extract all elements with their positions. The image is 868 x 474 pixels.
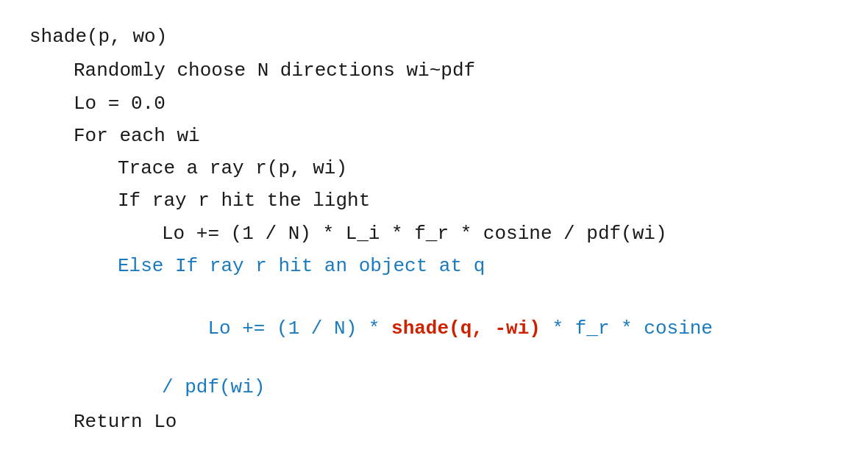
lo-object-shade-call: shade(q, -wi) — [391, 317, 541, 340]
line-lo-init: Lo = 0.0 — [29, 89, 839, 118]
line-if-light: If ray r hit the light — [29, 186, 839, 215]
line-fn-signature: shade(p, wo) — [29, 22, 839, 51]
line-lo-light: Lo += (1 / N) * L_i * f_r * cosine / pdf… — [29, 219, 839, 248]
line-else-if-object: Else If ray r hit an object at q — [29, 251, 839, 281]
line-comment-random: Randomly choose N directions wi~pdf — [29, 56, 839, 85]
lo-object-suffix: * f_r * cosine — [541, 317, 713, 340]
lo-object-prefix: Lo += (1 / N) * — [207, 317, 391, 340]
line-for-each: For each wi — [29, 121, 839, 151]
line-lo-object-1: Lo += (1 / N) * shade(q, -wi) * f_r * co… — [29, 284, 839, 373]
code-block: shade(p, wo) Randomly choose N direction… — [29, 22, 839, 437]
line-return: Return Lo — [29, 407, 839, 437]
line-trace-ray: Trace a ray r(p, wi) — [29, 154, 839, 183]
line-lo-object-2: / pdf(wi) — [29, 373, 839, 402]
